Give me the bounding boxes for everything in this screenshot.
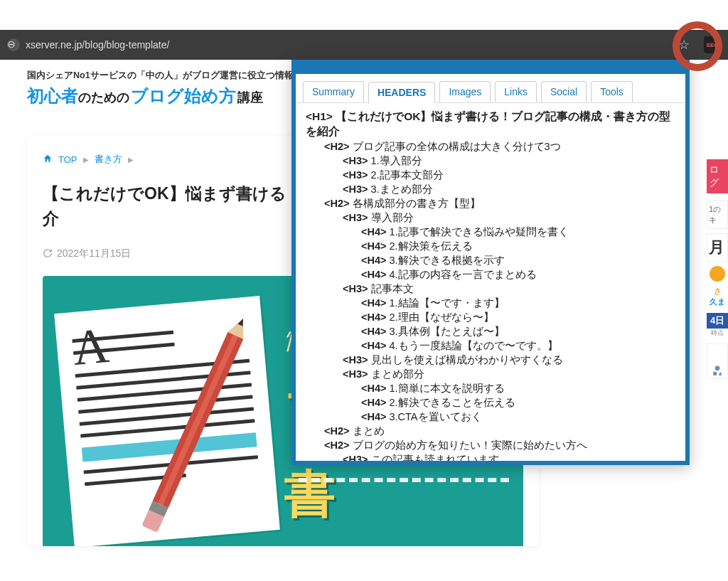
heading-item: <H3> まとめ部分 — [306, 367, 675, 381]
heading-tag: <H2> — [324, 141, 353, 152]
heading-text: 4.記事の内容を一言でまとめる — [390, 269, 537, 280]
sidebar-partial: ログ 1の キ 月 さ 久ま 4日 時点 — [707, 159, 728, 379]
heading-item: <H4> 1.結論【〜です・ます】 — [306, 296, 675, 310]
heading-item: <H4> 3.CTAを置いておく — [306, 410, 675, 424]
heading-text: 3.CTAを置いておく — [390, 411, 482, 422]
url-display[interactable]: ⊖ xserver.ne.jp/blog/blog-template/ — [7, 38, 169, 51]
heading-item: <H3> 3.まとめ部分 — [306, 182, 675, 196]
breadcrumb-category[interactable]: 書き方 — [95, 153, 122, 166]
heading-tag: <H2> — [324, 425, 353, 437]
heading-tag: <H3> — [343, 169, 371, 181]
heading-text: 各構成部分の書き方【型】 — [353, 198, 481, 209]
sidebar-time-note: 時点 — [707, 329, 728, 338]
logo-part-1: 初心者 — [27, 85, 78, 107]
url-text: xserver.ne.jp/blog/blog-template/ — [26, 39, 169, 50]
seo-headers-panel[interactable]: <H1> 【これだけでOK】悩まず書ける！ブログ記事の構成・書き方の型を紹介 <… — [296, 103, 685, 461]
shapes-icon — [710, 364, 724, 378]
seo-extension-popup: Summary HEADERS Images Links Social Tool… — [291, 60, 690, 465]
heading-tag: <H2> — [324, 439, 353, 451]
seo-extension-icon[interactable]: SEO — [704, 36, 721, 53]
sidebar-widget — [707, 343, 728, 379]
tab-tools[interactable]: Tools — [591, 81, 633, 102]
site-settings-icon[interactable]: ⊖ — [7, 38, 20, 51]
heading-item: <H4> 1.簡単に本文を説明する — [306, 381, 675, 395]
heading-text: 記事本文 — [371, 283, 414, 294]
heading-item: <H3> 見出しを使えば構成がわかりやすくなる — [306, 353, 675, 367]
date-text: 2022年11月15日 — [57, 247, 131, 260]
hero-big-text-2: 書 — [284, 460, 338, 528]
tab-headers[interactable]: HEADERS — [368, 82, 435, 103]
heading-item: <H4> 3.具体例【たとえば〜】 — [306, 324, 675, 339]
sidebar-countdown: 4日 — [707, 313, 728, 329]
heading-tag: <H3> — [343, 212, 371, 223]
sidebar-box: 1の キ — [707, 201, 728, 229]
heading-item: <H3> この記事も読まれています — [306, 452, 675, 461]
svg-rect-1 — [713, 372, 717, 375]
svg-point-0 — [715, 366, 720, 371]
heading-text: 2.記事本文部分 — [371, 169, 444, 181]
heading-text: 2.理由【なぜなら〜】 — [390, 311, 494, 323]
heading-text: 4.もう一度結論【なので〜です。】 — [390, 340, 558, 351]
heading-tag: <H4> — [361, 411, 390, 422]
heading-text: まとめ部分 — [371, 368, 424, 380]
hero-letter-a: A — [71, 328, 110, 366]
heading-item: <H2> 各構成部分の書き方【型】 — [306, 196, 675, 210]
heading-tag: <H4> — [361, 255, 390, 266]
refresh-icon — [43, 248, 53, 260]
seo-tabs: Summary HEADERS Images Links Social Tool… — [296, 74, 685, 103]
heading-tag: <H4> — [361, 269, 390, 280]
heading-text: まとめ — [353, 425, 385, 437]
sidebar-tag[interactable]: ログ — [707, 159, 728, 193]
tab-images[interactable]: Images — [439, 81, 491, 102]
heading-text: 1.結論【〜です・ます】 — [390, 297, 505, 309]
heading-item: <H4> 2.解決策を伝える — [306, 239, 675, 253]
breadcrumb-sep-icon: ▶ — [128, 156, 134, 164]
heading-tree: <H2> ブログ記事の全体の構成は大きく分けて3つ<H3> 1.導入部分<H3>… — [306, 139, 675, 461]
browser-address-bar: ⊖ xserver.ne.jp/blog/blog-template/ ☆ SE… — [0, 30, 728, 60]
heading-h1: <H1> 【これだけでOK】悩まず書ける！ブログ記事の構成・書き方の型を紹介 — [306, 109, 675, 139]
heading-text: ブログの始め方を知りたい！実際に始めたい方へ — [353, 439, 587, 451]
heading-item: <H2> ブログ記事の全体の構成は大きく分けて3つ — [306, 139, 675, 154]
heading-item: <H4> 2.理由【なぜなら〜】 — [306, 310, 675, 324]
heading-tag: <H4> — [361, 326, 390, 337]
heading-text: 2.解決策を伝える — [390, 240, 473, 252]
heading-item: <H3> 1.導入部分 — [306, 154, 675, 168]
home-icon[interactable] — [43, 154, 53, 166]
heading-tag: <H4> — [361, 240, 390, 252]
heading-text: 3.解決できる根拠を示す — [390, 255, 505, 266]
tab-links[interactable]: Links — [495, 81, 537, 102]
heading-text: ブログ記事の全体の構成は大きく分けて3つ — [353, 141, 561, 152]
heading-text: 3.まとめ部分 — [371, 183, 433, 195]
heading-text: 1.導入部分 — [371, 155, 422, 166]
heading-text: 導入部分 — [371, 212, 414, 223]
sidebar-box: 月 — [707, 233, 728, 262]
heading-text: 見出しを使えば構成がわかりやすくなる — [371, 354, 563, 366]
logo-part-4: 講座 — [237, 89, 263, 106]
heading-tag: <H4> — [361, 383, 390, 394]
tab-social[interactable]: Social — [541, 81, 587, 102]
hero-dashed-line — [299, 478, 509, 482]
heading-text: この記事も読まれています — [371, 454, 499, 461]
logo-part-3: ブログ始め方 — [131, 85, 236, 107]
heading-item: <H4> 4.もう一度結論【なので〜です。】 — [306, 339, 675, 353]
heading-tag: <H4> — [361, 226, 390, 238]
breadcrumb-top[interactable]: TOP — [58, 154, 77, 165]
heading-tag: <H3> — [343, 454, 371, 461]
heading-tag: <H4> — [361, 311, 390, 323]
heading-tag: <H4> — [361, 297, 390, 309]
heading-text: 1.記事で解決できる悩みや疑問を書く — [390, 226, 569, 238]
heading-item: <H4> 3.解決できる根拠を示す — [306, 253, 675, 267]
heading-item: <H3> 2.記事本文部分 — [306, 168, 675, 182]
heading-text: 2.解決できることを伝える — [390, 397, 515, 408]
tab-summary[interactable]: Summary — [303, 81, 364, 102]
heading-tag: <H4> — [361, 397, 390, 408]
sidebar-orange-icon — [710, 266, 725, 282]
bookmark-star-icon[interactable]: ☆ — [678, 37, 690, 53]
heading-item: <H4> 4.記事の内容を一言でまとめる — [306, 267, 675, 282]
heading-tag: <H3> — [343, 155, 371, 166]
logo-part-2: のための — [78, 89, 129, 106]
heading-tag: <H4> — [361, 340, 390, 351]
heading-item: <H2> まとめ — [306, 424, 675, 438]
heading-item: <H4> 2.解決できることを伝える — [306, 395, 675, 410]
sidebar-text: さ 久ま — [707, 286, 728, 307]
